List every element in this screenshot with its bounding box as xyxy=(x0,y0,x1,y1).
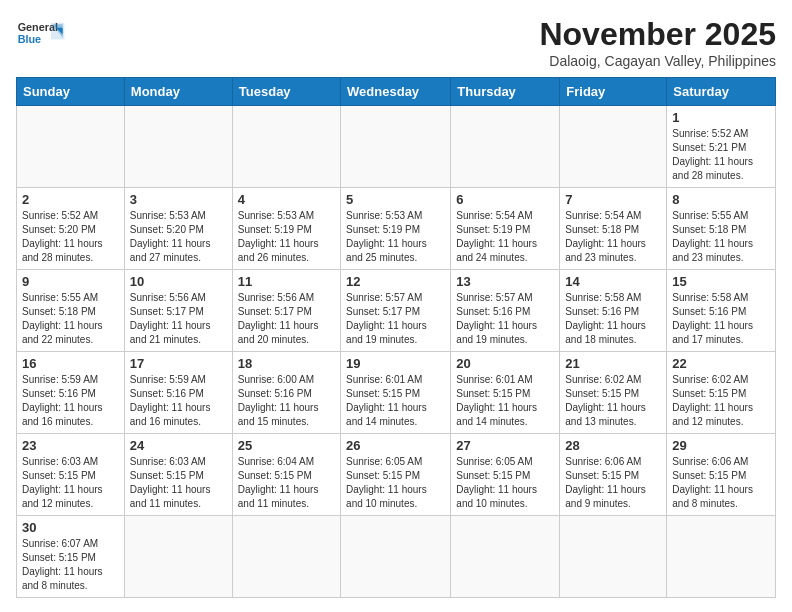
calendar-cell: 28Sunrise: 6:06 AM Sunset: 5:15 PM Dayli… xyxy=(560,434,667,516)
logo: General Blue xyxy=(16,16,66,56)
calendar-cell: 25Sunrise: 6:04 AM Sunset: 5:15 PM Dayli… xyxy=(232,434,340,516)
calendar-cell: 18Sunrise: 6:00 AM Sunset: 5:16 PM Dayli… xyxy=(232,352,340,434)
calendar-cell: 15Sunrise: 5:58 AM Sunset: 5:16 PM Dayli… xyxy=(667,270,776,352)
day-info: Sunrise: 5:53 AM Sunset: 5:20 PM Dayligh… xyxy=(130,209,227,265)
calendar-body: 1Sunrise: 5:52 AM Sunset: 5:21 PM Daylig… xyxy=(17,106,776,598)
calendar-cell: 29Sunrise: 6:06 AM Sunset: 5:15 PM Dayli… xyxy=(667,434,776,516)
day-number: 18 xyxy=(238,356,335,371)
calendar-cell: 10Sunrise: 5:56 AM Sunset: 5:17 PM Dayli… xyxy=(124,270,232,352)
calendar-cell xyxy=(667,516,776,598)
calendar-cell: 20Sunrise: 6:01 AM Sunset: 5:15 PM Dayli… xyxy=(451,352,560,434)
calendar-cell: 4Sunrise: 5:53 AM Sunset: 5:19 PM Daylig… xyxy=(232,188,340,270)
calendar-cell: 6Sunrise: 5:54 AM Sunset: 5:19 PM Daylig… xyxy=(451,188,560,270)
day-number: 14 xyxy=(565,274,661,289)
weekday-header-saturday: Saturday xyxy=(667,78,776,106)
calendar-week-3: 16Sunrise: 5:59 AM Sunset: 5:16 PM Dayli… xyxy=(17,352,776,434)
day-number: 7 xyxy=(565,192,661,207)
logo-icon: General Blue xyxy=(16,16,66,56)
weekday-header-monday: Monday xyxy=(124,78,232,106)
calendar-cell: 17Sunrise: 5:59 AM Sunset: 5:16 PM Dayli… xyxy=(124,352,232,434)
calendar-cell: 1Sunrise: 5:52 AM Sunset: 5:21 PM Daylig… xyxy=(667,106,776,188)
day-number: 10 xyxy=(130,274,227,289)
month-title: November 2025 xyxy=(539,16,776,53)
weekday-header-tuesday: Tuesday xyxy=(232,78,340,106)
day-number: 29 xyxy=(672,438,770,453)
day-info: Sunrise: 5:52 AM Sunset: 5:20 PM Dayligh… xyxy=(22,209,119,265)
day-info: Sunrise: 5:57 AM Sunset: 5:16 PM Dayligh… xyxy=(456,291,554,347)
calendar-cell xyxy=(232,106,340,188)
calendar-cell xyxy=(341,106,451,188)
day-info: Sunrise: 6:03 AM Sunset: 5:15 PM Dayligh… xyxy=(130,455,227,511)
day-info: Sunrise: 5:53 AM Sunset: 5:19 PM Dayligh… xyxy=(238,209,335,265)
day-number: 30 xyxy=(22,520,119,535)
calendar-cell: 11Sunrise: 5:56 AM Sunset: 5:17 PM Dayli… xyxy=(232,270,340,352)
day-info: Sunrise: 6:06 AM Sunset: 5:15 PM Dayligh… xyxy=(672,455,770,511)
calendar-cell: 8Sunrise: 5:55 AM Sunset: 5:18 PM Daylig… xyxy=(667,188,776,270)
calendar-week-1: 2Sunrise: 5:52 AM Sunset: 5:20 PM Daylig… xyxy=(17,188,776,270)
calendar-cell: 5Sunrise: 5:53 AM Sunset: 5:19 PM Daylig… xyxy=(341,188,451,270)
day-number: 20 xyxy=(456,356,554,371)
day-info: Sunrise: 5:54 AM Sunset: 5:18 PM Dayligh… xyxy=(565,209,661,265)
day-info: Sunrise: 5:55 AM Sunset: 5:18 PM Dayligh… xyxy=(672,209,770,265)
day-info: Sunrise: 5:59 AM Sunset: 5:16 PM Dayligh… xyxy=(22,373,119,429)
calendar-week-2: 9Sunrise: 5:55 AM Sunset: 5:18 PM Daylig… xyxy=(17,270,776,352)
day-number: 4 xyxy=(238,192,335,207)
calendar-cell: 9Sunrise: 5:55 AM Sunset: 5:18 PM Daylig… xyxy=(17,270,125,352)
day-number: 9 xyxy=(22,274,119,289)
weekday-header-thursday: Thursday xyxy=(451,78,560,106)
day-info: Sunrise: 5:52 AM Sunset: 5:21 PM Dayligh… xyxy=(672,127,770,183)
location-subtitle: Dalaoig, Cagayan Valley, Philippines xyxy=(539,53,776,69)
weekday-header-wednesday: Wednesday xyxy=(341,78,451,106)
day-info: Sunrise: 5:58 AM Sunset: 5:16 PM Dayligh… xyxy=(565,291,661,347)
day-number: 2 xyxy=(22,192,119,207)
calendar-cell: 30Sunrise: 6:07 AM Sunset: 5:15 PM Dayli… xyxy=(17,516,125,598)
day-info: Sunrise: 6:07 AM Sunset: 5:15 PM Dayligh… xyxy=(22,537,119,593)
calendar-cell: 24Sunrise: 6:03 AM Sunset: 5:15 PM Dayli… xyxy=(124,434,232,516)
day-info: Sunrise: 6:05 AM Sunset: 5:15 PM Dayligh… xyxy=(346,455,445,511)
calendar-week-4: 23Sunrise: 6:03 AM Sunset: 5:15 PM Dayli… xyxy=(17,434,776,516)
calendar-cell xyxy=(124,516,232,598)
page-header: General Blue November 2025 Dalaoig, Caga… xyxy=(16,16,776,69)
day-info: Sunrise: 6:06 AM Sunset: 5:15 PM Dayligh… xyxy=(565,455,661,511)
day-number: 17 xyxy=(130,356,227,371)
day-number: 23 xyxy=(22,438,119,453)
calendar-cell: 13Sunrise: 5:57 AM Sunset: 5:16 PM Dayli… xyxy=(451,270,560,352)
day-number: 21 xyxy=(565,356,661,371)
calendar-cell xyxy=(560,106,667,188)
calendar-cell: 16Sunrise: 5:59 AM Sunset: 5:16 PM Dayli… xyxy=(17,352,125,434)
day-info: Sunrise: 6:02 AM Sunset: 5:15 PM Dayligh… xyxy=(565,373,661,429)
day-number: 26 xyxy=(346,438,445,453)
calendar-cell: 23Sunrise: 6:03 AM Sunset: 5:15 PM Dayli… xyxy=(17,434,125,516)
day-info: Sunrise: 5:58 AM Sunset: 5:16 PM Dayligh… xyxy=(672,291,770,347)
day-number: 1 xyxy=(672,110,770,125)
calendar-table: SundayMondayTuesdayWednesdayThursdayFrid… xyxy=(16,77,776,598)
day-info: Sunrise: 5:59 AM Sunset: 5:16 PM Dayligh… xyxy=(130,373,227,429)
calendar-week-5: 30Sunrise: 6:07 AM Sunset: 5:15 PM Dayli… xyxy=(17,516,776,598)
day-number: 19 xyxy=(346,356,445,371)
day-number: 15 xyxy=(672,274,770,289)
calendar-cell xyxy=(560,516,667,598)
day-info: Sunrise: 5:57 AM Sunset: 5:17 PM Dayligh… xyxy=(346,291,445,347)
day-info: Sunrise: 5:56 AM Sunset: 5:17 PM Dayligh… xyxy=(238,291,335,347)
calendar-cell: 2Sunrise: 5:52 AM Sunset: 5:20 PM Daylig… xyxy=(17,188,125,270)
calendar-cell: 7Sunrise: 5:54 AM Sunset: 5:18 PM Daylig… xyxy=(560,188,667,270)
day-info: Sunrise: 6:04 AM Sunset: 5:15 PM Dayligh… xyxy=(238,455,335,511)
day-number: 6 xyxy=(456,192,554,207)
day-info: Sunrise: 5:53 AM Sunset: 5:19 PM Dayligh… xyxy=(346,209,445,265)
weekday-header-sunday: Sunday xyxy=(17,78,125,106)
calendar-cell: 26Sunrise: 6:05 AM Sunset: 5:15 PM Dayli… xyxy=(341,434,451,516)
title-area: November 2025 Dalaoig, Cagayan Valley, P… xyxy=(539,16,776,69)
day-info: Sunrise: 5:54 AM Sunset: 5:19 PM Dayligh… xyxy=(456,209,554,265)
calendar-cell: 27Sunrise: 6:05 AM Sunset: 5:15 PM Dayli… xyxy=(451,434,560,516)
day-info: Sunrise: 6:05 AM Sunset: 5:15 PM Dayligh… xyxy=(456,455,554,511)
day-info: Sunrise: 6:03 AM Sunset: 5:15 PM Dayligh… xyxy=(22,455,119,511)
calendar-week-0: 1Sunrise: 5:52 AM Sunset: 5:21 PM Daylig… xyxy=(17,106,776,188)
weekday-header-row: SundayMondayTuesdayWednesdayThursdayFrid… xyxy=(17,78,776,106)
day-number: 28 xyxy=(565,438,661,453)
calendar-cell xyxy=(17,106,125,188)
day-number: 24 xyxy=(130,438,227,453)
calendar-cell: 3Sunrise: 5:53 AM Sunset: 5:20 PM Daylig… xyxy=(124,188,232,270)
day-info: Sunrise: 6:02 AM Sunset: 5:15 PM Dayligh… xyxy=(672,373,770,429)
calendar-cell: 14Sunrise: 5:58 AM Sunset: 5:16 PM Dayli… xyxy=(560,270,667,352)
day-info: Sunrise: 6:00 AM Sunset: 5:16 PM Dayligh… xyxy=(238,373,335,429)
